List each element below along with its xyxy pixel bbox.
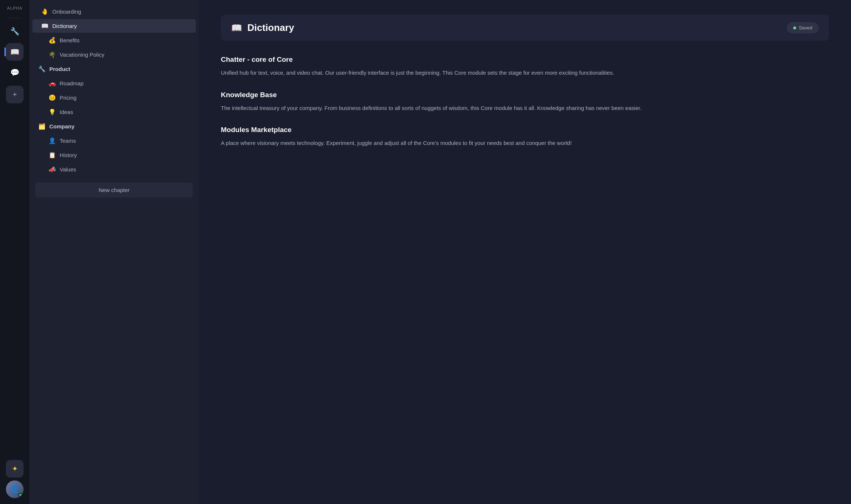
product-icon: 🔧 xyxy=(38,65,46,72)
sidebar-item-pricing[interactable]: 😐 Pricing xyxy=(32,91,196,104)
avatar-online-dot xyxy=(18,493,23,497)
values-icon: 📣 xyxy=(49,166,56,173)
new-chapter-button[interactable]: New chapter xyxy=(35,182,193,198)
sidebar-item-benefits[interactable]: 💰 Benefits xyxy=(32,33,196,47)
saved-badge: Saved xyxy=(787,22,819,33)
sidebar-item-label-vacationing: Vacationing Policy xyxy=(60,52,104,58)
page-header-left: 📖 Dictionary xyxy=(231,22,294,33)
roadmap-icon: 🚗 xyxy=(49,80,56,87)
content-heading: Chatter - core of Core xyxy=(221,56,829,64)
onboarding-icon: 🤚 xyxy=(41,8,49,15)
sidebar-item-label-ideas: Ideas xyxy=(60,109,73,115)
history-icon: 📋 xyxy=(49,152,56,159)
sidebar-item-label-history: History xyxy=(60,152,77,158)
page-title: Dictionary xyxy=(247,22,294,33)
icon-btn-wrench[interactable]: 🔧 xyxy=(6,22,24,40)
page-header: 📖 Dictionary Saved xyxy=(221,15,829,41)
content-body: The intellectual treasury of your compan… xyxy=(221,103,829,113)
content-body: A place where visionary meets technology… xyxy=(221,138,829,148)
pricing-icon: 😐 xyxy=(49,94,56,101)
company-icon: 🗂️ xyxy=(38,123,46,130)
sidebar-item-ideas[interactable]: 💡 Ideas xyxy=(32,105,196,119)
benefits-icon: 💰 xyxy=(49,37,56,44)
vacationing-icon: 🌴 xyxy=(49,51,56,58)
content-section: Modules MarketplaceA place where visiona… xyxy=(221,126,829,148)
sidebar-item-label-dictionary: Dictionary xyxy=(52,23,77,29)
saved-label: Saved xyxy=(799,25,812,31)
sidebar-item-teams[interactable]: 👤 Teams xyxy=(32,134,196,148)
teams-icon: 👤 xyxy=(49,137,56,144)
sidebar-item-label-pricing: Pricing xyxy=(60,95,77,101)
sidebar-item-values[interactable]: 📣 Values xyxy=(32,163,196,176)
sidebar-item-dictionary[interactable]: 📖 Dictionary xyxy=(32,19,196,33)
sidebar-item-label-values: Values xyxy=(60,166,76,173)
content-heading: Modules Marketplace xyxy=(221,126,829,134)
sidebar-item-label-benefits: Benefits xyxy=(60,37,80,43)
sidebar-item-label-onboarding: Onboarding xyxy=(52,8,81,15)
sidebar-item-label-company: Company xyxy=(49,123,74,129)
sidebar-item-label-product: Product xyxy=(49,66,70,72)
sidebar-item-product[interactable]: 🔧 Product xyxy=(32,62,196,76)
sidebar-item-company[interactable]: 🗂️ Company xyxy=(32,120,196,133)
content-section: Chatter - core of CoreUnified hub for te… xyxy=(221,56,829,78)
content-sections: Chatter - core of CoreUnified hub for te… xyxy=(221,56,829,148)
icon-btn-star[interactable]: ✦ xyxy=(6,460,24,478)
content-section: Knowledge BaseThe intellectual treasury … xyxy=(221,91,829,113)
icon-btn-chat[interactable]: 💬 xyxy=(6,64,24,81)
page-header-icon: 📖 xyxy=(231,23,242,33)
sidebar-item-vacationing[interactable]: 🌴 Vacationing Policy xyxy=(32,48,196,61)
avatar-button[interactable]: 👤 xyxy=(6,480,24,498)
icon-btn-plus[interactable]: + xyxy=(6,86,24,103)
content-heading: Knowledge Base xyxy=(221,91,829,99)
content-body: Unified hub for text, voice, and video c… xyxy=(221,68,829,78)
icon-bar: ALPHA 🔧 📖 💬 + ✦ 👤 xyxy=(0,0,29,504)
sidebar-item-label-teams: Teams xyxy=(60,138,76,144)
main-content: 📖 Dictionary Saved Chatter - core of Cor… xyxy=(199,0,851,504)
sidebar-item-history[interactable]: 📋 History xyxy=(32,148,196,162)
sidebar-item-label-roadmap: Roadmap xyxy=(60,80,84,86)
dictionary-icon: 📖 xyxy=(41,22,49,29)
sidebar: 🤚 Onboarding 📖 Dictionary 💰 Benefits 🌴 V… xyxy=(29,0,199,504)
icon-divider xyxy=(7,18,22,18)
app-label: ALPHA xyxy=(7,6,22,10)
sidebar-item-roadmap[interactable]: 🚗 Roadmap xyxy=(32,77,196,90)
sidebar-item-onboarding[interactable]: 🤚 Onboarding xyxy=(32,5,196,18)
icon-btn-book[interactable]: 📖 xyxy=(6,43,24,61)
ideas-icon: 💡 xyxy=(49,109,56,116)
saved-dot xyxy=(793,26,796,29)
